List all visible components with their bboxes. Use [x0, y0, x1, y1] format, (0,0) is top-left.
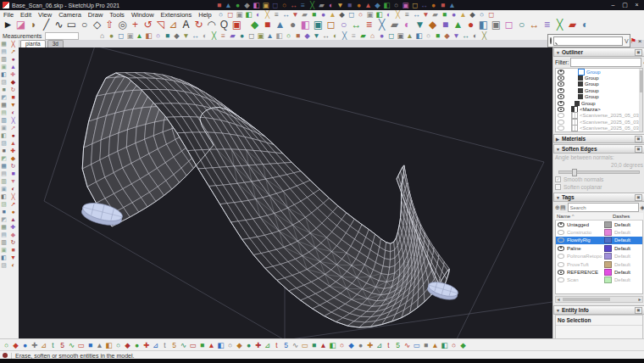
tool-icon[interactable]: ●	[9, 55, 17, 63]
tool-icon[interactable]: 5	[58, 341, 67, 350]
tool-scale-icon[interactable]: ◹	[154, 19, 167, 31]
tool-icon[interactable]: ▲	[224, 1, 233, 10]
tag-dashes-value[interactable]: Default	[614, 222, 641, 227]
panel-menu-icon[interactable]: ▣	[635, 194, 642, 201]
tool-icon[interactable]: ■	[0, 147, 8, 154]
tool-icon[interactable]: ▲	[430, 341, 440, 350]
tag-color-swatch[interactable]	[604, 269, 612, 276]
tool-icon[interactable]: ▼	[336, 1, 345, 10]
tool-orbit-icon[interactable]: ↻	[192, 19, 205, 31]
tag-row-FlowifyRig[interactable]: FlowifyRigDefault	[556, 237, 642, 244]
tool-icon[interactable]: ◧	[144, 31, 153, 41]
tag-row-Scan[interactable]: ScanDefault	[556, 276, 642, 284]
tool-icon[interactable]: ◧	[252, 1, 261, 10]
tool-icon[interactable]: ▨	[0, 139, 8, 147]
tool-icon[interactable]: ◐	[200, 31, 209, 41]
tool-icon[interactable]: ◩	[0, 93, 8, 101]
slider-knob[interactable]	[572, 169, 577, 176]
tool-icon[interactable]: ◩	[0, 215, 8, 223]
tool-icon[interactable]: ■	[438, 1, 447, 10]
tool-icon[interactable]: ≡	[541, 19, 553, 31]
tool-icon[interactable]: ▲	[9, 139, 17, 147]
tool-icon[interactable]: ●	[429, 1, 438, 10]
tool-icon[interactable]: ○	[449, 341, 458, 350]
tool-icon[interactable]: ▦	[0, 40, 8, 47]
tag-dashes-value[interactable]: Default	[614, 230, 641, 235]
close-button[interactable]: ×	[631, 1, 642, 9]
tool-icon[interactable]: 5	[393, 341, 402, 350]
tool-icon[interactable]: ○	[337, 341, 347, 350]
tool-icon[interactable]: ▦	[0, 162, 8, 170]
tool-icon[interactable]: ▲	[274, 19, 286, 31]
tool-icon[interactable]: ▼	[452, 31, 461, 41]
tool-icon[interactable]: ↻	[9, 162, 17, 170]
tag-row-PoltronaRetopo[interactable]: PoltronaRetopoDefault	[556, 253, 642, 260]
tool-icon[interactable]: ▼	[9, 254, 17, 261]
tool-polygon-icon[interactable]: ◇	[91, 19, 103, 31]
tool-icon[interactable]: ▲	[265, 31, 275, 41]
tag-dashes-value[interactable]: Default	[614, 254, 641, 259]
tool-icon[interactable]: ○	[114, 341, 123, 350]
tool-icon[interactable]: ○	[153, 31, 163, 41]
tool-icon[interactable]: ■	[309, 10, 319, 20]
tool-icon[interactable]: ✚	[253, 341, 263, 350]
menu-window[interactable]: Window	[128, 11, 158, 19]
tool-icon[interactable]: ◻	[325, 19, 337, 31]
tool-eraser-icon[interactable]: ◪	[14, 19, 27, 31]
tool-icon[interactable]: ▨	[0, 78, 8, 86]
tool-icon[interactable]: ■	[433, 31, 442, 41]
tag-dashes-value[interactable]: Default	[614, 277, 641, 282]
3d-viewport[interactable]	[19, 47, 552, 338]
tag-row-Untagged[interactable]: UntaggedDefault	[556, 221, 642, 228]
tool-icon[interactable]: ↔	[419, 1, 429, 10]
eye-icon[interactable]	[558, 270, 564, 275]
eye-icon[interactable]	[558, 230, 564, 235]
tool-icon[interactable]: ▣	[312, 19, 325, 31]
soften-coplanar-checkbox[interactable]	[555, 184, 561, 190]
tool-icon[interactable]: ▼	[181, 31, 191, 41]
tool-icon[interactable]: ○	[356, 10, 365, 20]
tool-icon[interactable]: ◆	[468, 10, 477, 20]
panel-menu-icon[interactable]: ▣	[635, 49, 642, 56]
tool-icon[interactable]: ◐	[326, 1, 336, 10]
tool-icon[interactable]: ○	[284, 31, 293, 41]
tool-icon[interactable]: ▤	[0, 231, 8, 238]
tool-move-icon[interactable]: +	[129, 19, 142, 31]
maximize-button[interactable]: ▢	[619, 1, 630, 9]
tool-icon[interactable]: ▼	[421, 10, 430, 20]
tool-icon[interactable]: ╳	[9, 193, 17, 200]
search-dropdown[interactable]: V	[625, 38, 629, 44]
outliner-item[interactable]: <Scaniverse_2025_05_03_140150.obj	[556, 113, 642, 119]
tool-icon[interactable]: ▰	[300, 10, 309, 20]
eye-icon[interactable]	[558, 262, 564, 267]
tag-color-swatch[interactable]	[604, 253, 612, 260]
tool-icon[interactable]: ◐	[253, 10, 263, 20]
tool-pan-icon[interactable]: ◠	[205, 19, 218, 31]
tool-icon[interactable]: ⊿	[263, 341, 272, 350]
dashes-column[interactable]: Dashes	[613, 214, 641, 219]
tool-icon[interactable]: ◆	[458, 341, 468, 350]
tool-icon[interactable]: ▲	[452, 19, 464, 31]
tool-icon[interactable]: ▰	[430, 10, 440, 20]
tool-icon[interactable]: ↔	[289, 1, 298, 10]
eye-icon[interactable]	[558, 107, 564, 112]
tag-row-REFERENCE[interactable]: REFERENCEDefault	[556, 268, 642, 276]
tool-icon[interactable]: ◻	[347, 10, 356, 20]
tool-icon[interactable]: ▤	[0, 47, 8, 55]
tool-icon[interactable]: ◆	[242, 1, 252, 10]
tool-icon[interactable]: ▲	[447, 1, 457, 10]
tag-dashes-value[interactable]: Default	[614, 270, 641, 275]
tool-icon[interactable]: ◧	[0, 131, 8, 139]
tool-icon[interactable]: ▣	[261, 1, 270, 10]
tool-icon[interactable]: ⌂	[97, 31, 107, 41]
tool-icon[interactable]: ↗	[9, 200, 17, 208]
panel-menu-icon[interactable]: ▣	[635, 146, 642, 153]
tool-icon[interactable]: ↔	[281, 10, 291, 20]
tool-icon[interactable]: ■	[309, 341, 319, 350]
tool-icon[interactable]: ▲	[458, 10, 468, 20]
tool-icon[interactable]: ↗	[9, 124, 17, 131]
tool-icon[interactable]: ◐	[9, 109, 17, 116]
tool-icon[interactable]: ▼	[414, 19, 426, 31]
tool-icon[interactable]: ▣	[256, 31, 265, 41]
tool-icon[interactable]: ✚	[142, 341, 151, 350]
